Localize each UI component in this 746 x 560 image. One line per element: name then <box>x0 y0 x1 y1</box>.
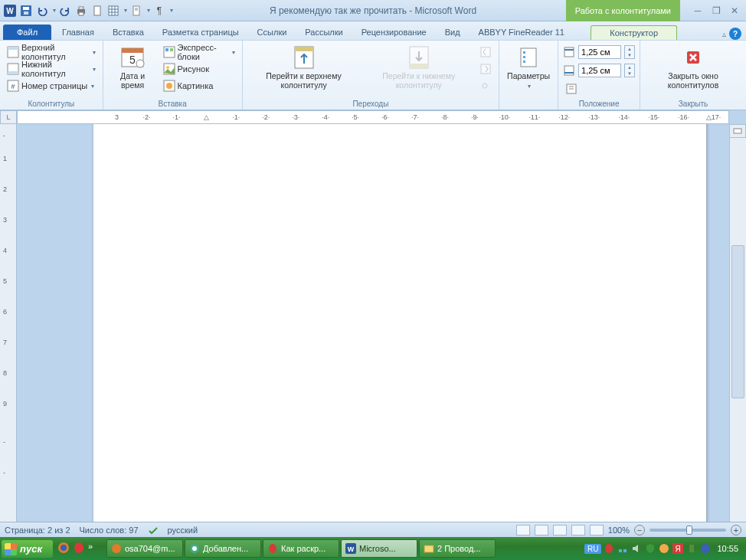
goto-header-button[interactable]: Перейти к верхнему колонтитулу <box>247 44 361 91</box>
qat-customize-icon[interactable]: ▾ <box>170 7 173 14</box>
firefox-icon[interactable] <box>57 542 71 555</box>
tray-volume-icon[interactable] <box>631 543 643 555</box>
window-title: Я рекомендую так же прочитать - Microsof… <box>270 5 476 16</box>
page-icon[interactable] <box>129 4 143 18</box>
undo-icon[interactable] <box>35 4 49 18</box>
document-viewport[interactable]: Нижний колонтитул 2 <box>17 124 729 522</box>
view-web-icon[interactable] <box>553 525 567 535</box>
ruler-corner[interactable]: L <box>0 110 17 124</box>
header-from-top[interactable]: ▲▼ <box>563 44 635 61</box>
vertical-scrollbar[interactable] <box>729 138 746 522</box>
close-header-footer-button[interactable]: Закрыть окно колонтитулов <box>645 44 741 91</box>
zoom-in-button[interactable]: + <box>731 525 741 535</box>
tray-update-icon[interactable] <box>659 543 670 555</box>
start-button[interactable]: пуск <box>2 540 53 558</box>
options-button[interactable]: Параметры▾ <box>504 44 553 91</box>
pos-top-input[interactable] <box>578 45 621 59</box>
tray-network-icon[interactable] <box>617 543 629 555</box>
zoom-slider-thumb[interactable] <box>686 526 692 535</box>
quickparts-button[interactable]: Экспресс-блоки▾ <box>161 44 237 61</box>
tray-shield-icon[interactable] <box>645 543 656 555</box>
new-doc-icon[interactable] <box>90 4 104 18</box>
redo-icon[interactable] <box>58 4 72 18</box>
tray-opera-icon[interactable] <box>604 543 615 555</box>
designer-tab[interactable]: Конструктор <box>591 25 677 40</box>
nav-next-button[interactable] <box>477 61 494 77</box>
undo-dropdown-icon[interactable]: ▾ <box>53 7 56 14</box>
footer-from-bottom[interactable]: ▲▼ <box>563 62 635 79</box>
para-icon[interactable]: ¶ <box>152 4 166 18</box>
page-number-button[interactable]: # Номер страницы▾ <box>5 77 97 94</box>
tray-yandex-icon[interactable]: Я <box>672 543 684 555</box>
zoom-out-button[interactable]: − <box>634 525 645 535</box>
review-tab[interactable]: Рецензирование <box>352 25 436 40</box>
view-tab[interactable]: Вид <box>436 25 470 40</box>
tray-av-icon[interactable] <box>700 543 712 555</box>
tray-usb-icon[interactable] <box>686 543 698 555</box>
status-language[interactable]: русский <box>168 526 198 535</box>
align-tab-button[interactable] <box>563 80 580 97</box>
qat-dd2-icon[interactable]: ▾ <box>147 7 150 14</box>
print-icon[interactable] <box>74 4 88 18</box>
mailings-tab[interactable]: Рассылки <box>296 25 352 40</box>
link-prev-button[interactable] <box>477 77 494 94</box>
restore-button[interactable]: ❐ <box>709 5 723 17</box>
task-chrome[interactable]: Добавлен... <box>185 539 261 558</box>
ruler-toggle-icon[interactable] <box>729 124 746 138</box>
view-outline-icon[interactable] <box>571 525 585 535</box>
options-group-label <box>504 99 553 110</box>
zoom-slider[interactable] <box>649 529 726 532</box>
svg-rect-7 <box>79 12 83 15</box>
zoom-percent[interactable]: 100% <box>608 526 630 535</box>
svg-text:#: # <box>11 83 15 90</box>
goto-footer-button[interactable]: Перейти к нижнему колонтитулу <box>363 44 474 91</box>
task-word[interactable]: WMicroso... <box>341 539 417 558</box>
opera-icon[interactable] <box>73 542 87 555</box>
picture-button[interactable]: Рисунок <box>161 61 237 77</box>
status-words[interactable]: Число слов: 97 <box>80 526 139 535</box>
clock[interactable]: 10:55 <box>714 544 741 553</box>
svg-rect-65 <box>619 549 622 552</box>
view-print-layout-icon[interactable] <box>516 525 530 535</box>
nav-prev-button[interactable] <box>477 44 494 61</box>
language-indicator[interactable]: RU <box>584 544 601 554</box>
help-icon[interactable]: ? <box>729 28 741 40</box>
status-page[interactable]: Страница: 2 из 2 <box>5 526 70 535</box>
insert-tab[interactable]: Вставка <box>103 25 153 40</box>
svg-text:Я: Я <box>676 545 681 553</box>
navigation-group: Перейти к верхнему колонтитулу Перейти к… <box>243 41 499 110</box>
save-icon[interactable] <box>19 4 33 18</box>
contextual-tab-header: Работа с колонтитулами <box>566 0 680 21</box>
pos-bottom-spinner[interactable]: ▲▼ <box>624 64 635 77</box>
pos-bottom-input[interactable] <box>578 64 621 77</box>
home-tab[interactable]: Главная <box>53 25 103 40</box>
header-button[interactable]: Верхний колонтитул▾ <box>5 44 98 61</box>
task-explorer[interactable]: 2 Провод... <box>419 539 496 558</box>
ql-more-icon[interactable]: » <box>88 542 102 555</box>
table-icon[interactable] <box>106 4 120 18</box>
horizontal-ruler[interactable]: 3·2··1·△·1··2··3··4··5··6··7··8··9··10··… <box>17 110 729 124</box>
status-proofing-icon[interactable] <box>148 525 159 535</box>
view-reading-icon[interactable] <box>535 525 548 535</box>
close-button[interactable]: ✕ <box>728 5 741 17</box>
footer-button[interactable]: Нижний колонтитул▾ <box>5 61 98 77</box>
view-draft-icon[interactable] <box>590 525 604 535</box>
pos-top-spinner[interactable]: ▲▼ <box>624 45 635 59</box>
minimize-button[interactable]: ─ <box>691 5 705 17</box>
svg-point-56 <box>74 542 83 553</box>
scrollbar-thumb[interactable] <box>731 245 744 398</box>
abbyy-tab[interactable]: ABBYY FineReader 11 <box>470 25 574 40</box>
datetime-button[interactable]: 5 Дата и время <box>108 44 158 91</box>
layout-tab[interactable]: Разметка страницы <box>153 25 248 40</box>
collapse-ribbon-icon[interactable]: ▵ <box>722 30 726 38</box>
vertical-ruler[interactable]: - 1 2 3 4 5 6 7 8 9 - - <box>0 124 17 522</box>
qat-more-icon[interactable]: ▾ <box>124 7 127 14</box>
task-firefox[interactable]: osa704@m... <box>106 539 183 558</box>
references-tab[interactable]: Ссылки <box>248 25 296 40</box>
footer-icon <box>7 63 19 75</box>
clipart-button[interactable]: Картинка <box>161 77 237 94</box>
page[interactable]: Нижний колонтитул 2 <box>93 124 706 522</box>
file-tab[interactable]: Файл <box>3 25 51 40</box>
task-opera[interactable]: Как раскр... <box>263 539 339 558</box>
word-app-icon[interactable]: W <box>3 4 17 18</box>
